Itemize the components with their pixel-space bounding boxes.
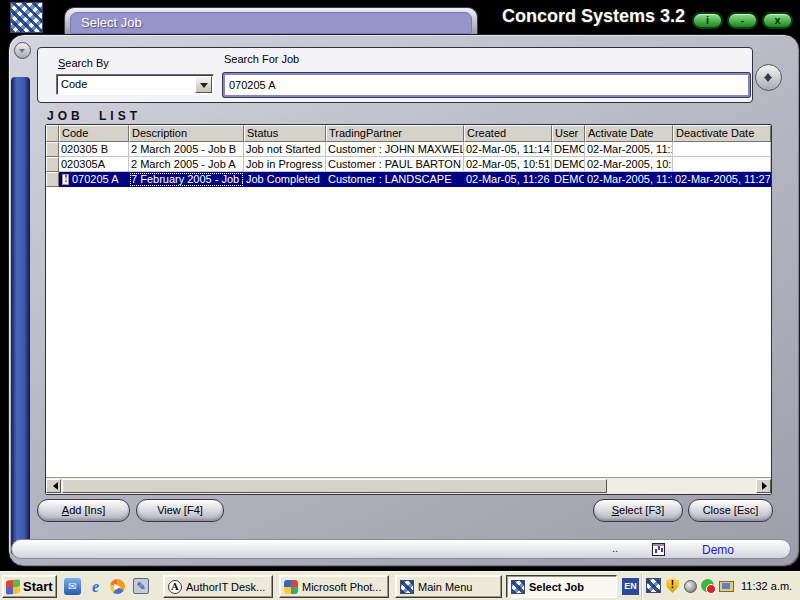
cell-deactivate-date[interactable] xyxy=(673,142,771,157)
search-for-job-input[interactable] xyxy=(223,73,750,97)
dropdown-arrow-icon[interactable] xyxy=(195,76,212,93)
table-empty-area xyxy=(46,187,771,477)
cell-code-text: 070205 A xyxy=(72,173,119,185)
column-header-description[interactable]: Description xyxy=(129,125,244,142)
cell-created[interactable]: 02-Mar-05, 11:14 xyxy=(464,142,552,157)
status-bar: .. Demo xyxy=(11,539,791,559)
authorit-icon: A xyxy=(168,580,182,594)
start-button[interactable]: Start xyxy=(2,575,57,598)
language-indicator[interactable]: EN xyxy=(622,578,639,595)
cell-description[interactable]: 2 March 2005 - Job A xyxy=(129,157,244,172)
volume-device-icon[interactable] xyxy=(684,580,697,593)
row-selector[interactable] xyxy=(46,142,59,157)
internet-explorer-icon[interactable]: e xyxy=(87,578,104,595)
clock: 11:32 a.m. xyxy=(741,580,792,592)
cell-status[interactable]: Job in Progress xyxy=(244,157,326,172)
job-list-title: JOB LIST xyxy=(47,109,141,123)
cell-deactivate-date[interactable] xyxy=(673,157,771,172)
cell-user[interactable]: DEMO xyxy=(552,172,585,187)
concord-logo-icon xyxy=(511,580,525,594)
close-button[interactable]: x xyxy=(762,12,793,29)
column-header-activate-date[interactable]: Activate Date xyxy=(585,125,673,142)
taskbar-item-photo-editor[interactable]: Microsoft Phot... xyxy=(279,575,389,598)
taskbar-item-label: AuthorIT Desk... xyxy=(186,581,265,593)
cell-description[interactable]: 7 February 2005 - Job A xyxy=(129,172,244,187)
scroll-left-icon[interactable] xyxy=(46,479,61,493)
hardware-icon[interactable] xyxy=(719,581,734,592)
report-chart-icon xyxy=(652,543,665,556)
demo-mode-label: Demo xyxy=(702,543,734,557)
row-selector[interactable] xyxy=(46,172,59,187)
search-by-label: Search By xyxy=(58,57,109,69)
window-corner-button[interactable] xyxy=(14,42,31,59)
taskbar: Start ✉ e ▶ ✎ A AuthorIT Desk... Microso… xyxy=(0,571,800,600)
cell-tradingpartner[interactable]: Customer : PAUL BARTON xyxy=(326,157,464,172)
app-title: Concord Systems 3.2 xyxy=(450,6,685,27)
search-panel: Search By Code Search For Job xyxy=(37,47,753,103)
close-dialog-button[interactable]: Close [Esc] xyxy=(688,499,773,522)
column-header-deactivate-date[interactable]: Deactivate Date xyxy=(673,125,771,142)
row-selector-header xyxy=(46,125,59,142)
cell-deactivate-date[interactable]: 02-Mar-2005, 11:27 xyxy=(673,172,771,187)
cell-activate-date[interactable]: 02-Mar-2005, 10:51 xyxy=(585,157,673,172)
spin-down-icon[interactable] xyxy=(764,77,772,86)
cell-tradingpartner[interactable]: Customer : LANDSCAPE xyxy=(326,172,464,187)
cell-user[interactable]: DEMO xyxy=(552,157,585,172)
media-player-icon[interactable]: ▶ xyxy=(110,579,125,594)
select-button[interactable]: Select [F3] xyxy=(593,499,683,522)
minimize-button[interactable]: - xyxy=(727,12,758,29)
start-label: Start xyxy=(23,579,53,594)
view-button[interactable]: View [F4] xyxy=(136,499,224,522)
record-spinner[interactable] xyxy=(755,64,782,91)
cell-description[interactable]: 2 March 2005 - Job B xyxy=(129,142,244,157)
main-window: Search By Code Search For Job JOB LIST C… xyxy=(8,34,800,567)
cell-status[interactable]: Job not Started xyxy=(244,142,326,157)
scrollbar-thumb[interactable] xyxy=(62,479,607,493)
cell-activate-date[interactable]: 02-Mar-2005, 11:14 xyxy=(585,142,673,157)
cell-activate-date[interactable]: 02-Mar-2005, 11:27 xyxy=(585,172,673,187)
row-selector[interactable] xyxy=(46,157,59,172)
search-by-value: Code xyxy=(61,78,87,90)
windows-flag-icon xyxy=(6,579,20,594)
table-row-selected[interactable]: 070205 A 7 February 2005 - Job A Job Com… xyxy=(46,172,771,187)
taskbar-item-label: Select Job xyxy=(529,581,584,593)
cell-code[interactable]: 020305A xyxy=(59,157,129,172)
scroll-right-icon[interactable] xyxy=(756,479,771,493)
cell-code[interactable]: 020305 B xyxy=(59,142,129,157)
job-table: Code Description Status TradingPartner C… xyxy=(45,124,772,495)
photo-editor-icon xyxy=(284,580,298,594)
show-desktop-icon[interactable]: ✎ xyxy=(133,578,149,594)
concord-logo-icon xyxy=(400,580,414,594)
taskbar-item-select-job[interactable]: Select Job xyxy=(506,575,617,598)
job-marker-icon xyxy=(62,174,69,185)
search-by-dropdown[interactable]: Code xyxy=(56,74,214,95)
concord-tray-icon[interactable] xyxy=(646,578,661,593)
taskbar-item-main-menu[interactable]: Main Menu xyxy=(395,575,502,598)
mail-icon[interactable]: ✉ xyxy=(64,578,81,595)
column-header-code[interactable]: Code xyxy=(59,125,129,142)
cell-created[interactable]: 02-Mar-05, 11:26 xyxy=(464,172,552,187)
left-accent-bar xyxy=(11,77,30,555)
screen: Select Job Concord Systems 3.2 i - x Sea… xyxy=(0,0,800,600)
cell-status[interactable]: Job Completed xyxy=(244,172,326,187)
column-header-tradingpartner[interactable]: TradingPartner xyxy=(326,125,464,142)
concord-logo-icon xyxy=(10,2,43,33)
table-row[interactable]: 020305A 2 March 2005 - Job A Job in Prog… xyxy=(46,157,771,172)
taskbar-item-label: Microsoft Phot... xyxy=(302,581,381,593)
cell-created[interactable]: 02-Mar-05, 10:51 xyxy=(464,157,552,172)
tab-title: Select Job xyxy=(70,12,472,34)
horizontal-scrollbar[interactable] xyxy=(46,477,771,494)
cell-code[interactable]: 070205 A xyxy=(59,172,129,187)
column-header-user[interactable]: User xyxy=(552,125,585,142)
table-row[interactable]: 020305 B 2 March 2005 - Job B Job not St… xyxy=(46,142,771,157)
add-button[interactable]: Add [Ins] xyxy=(37,499,130,522)
info-button[interactable]: i xyxy=(692,12,723,29)
cell-user[interactable]: DEMO xyxy=(552,142,585,157)
cell-tradingpartner[interactable]: Customer : JOHN MAXWELL xyxy=(326,142,464,157)
column-header-created[interactable]: Created xyxy=(464,125,552,142)
window-tab[interactable]: Select Job xyxy=(64,7,478,34)
column-header-status[interactable]: Status xyxy=(244,125,326,142)
search-for-job-label: Search For Job xyxy=(224,53,299,65)
taskbar-item-authorit[interactable]: A AuthorIT Desk... xyxy=(163,575,273,598)
messenger-offline-icon[interactable] xyxy=(701,579,714,592)
